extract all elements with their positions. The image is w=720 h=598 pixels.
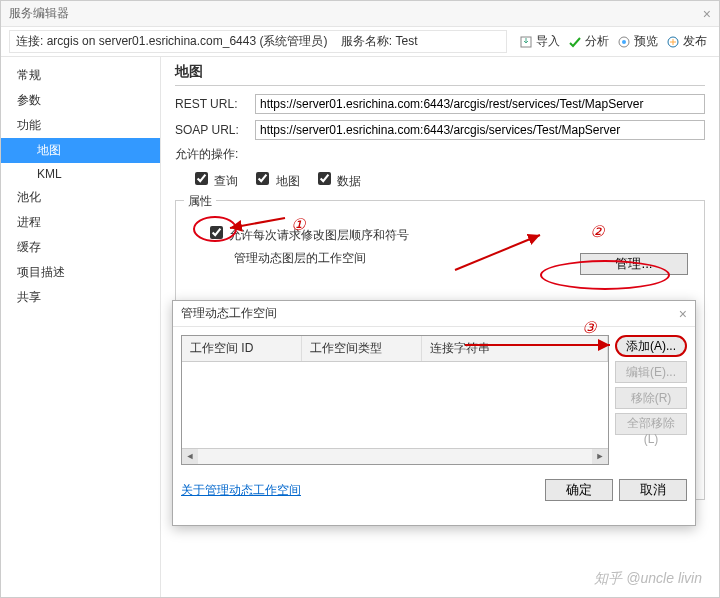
publish-icon xyxy=(666,35,680,49)
check-icon xyxy=(568,35,582,49)
rest-url-input[interactable] xyxy=(255,94,705,114)
op-map[interactable]: 地图 xyxy=(252,169,299,190)
sidebar: 常规 参数 功能 地图 KML 池化 进程 缓存 项目描述 共享 xyxy=(1,57,161,597)
edit-button: 编辑(E)... xyxy=(615,361,687,383)
horizontal-scrollbar[interactable]: ◄ ► xyxy=(182,448,608,464)
col-workspace-id[interactable]: 工作空间 ID xyxy=(182,336,302,361)
cancel-button[interactable]: 取消 xyxy=(619,479,687,501)
dialog-close-icon[interactable]: × xyxy=(679,306,687,322)
ok-button[interactable]: 确定 xyxy=(545,479,613,501)
remove-all-button: 全部移除(L) xyxy=(615,413,687,435)
op-data[interactable]: 数据 xyxy=(314,169,361,190)
conn-prefix: 连接: xyxy=(16,34,43,48)
import-button[interactable]: 导入 xyxy=(515,30,564,54)
sidebar-item-capabilities[interactable]: 功能 xyxy=(1,113,160,138)
rest-url-label: REST URL: xyxy=(175,97,255,111)
op-query[interactable]: 查询 xyxy=(191,169,238,190)
import-icon xyxy=(519,35,533,49)
preview-button[interactable]: 预览 xyxy=(613,30,662,54)
sidebar-item-params[interactable]: 参数 xyxy=(1,88,160,113)
annotation-3: ③ xyxy=(582,318,596,337)
sidebar-item-map[interactable]: 地图 xyxy=(1,138,160,163)
conn-text: arcgis on server01.esrichina.com_6443 (系… xyxy=(47,34,328,48)
sidebar-item-general[interactable]: 常规 xyxy=(1,63,160,88)
help-link[interactable]: 关于管理动态工作空间 xyxy=(181,482,301,499)
connection-field: 连接: arcgis on server01.esrichina.com_644… xyxy=(9,30,507,53)
soap-url-input[interactable] xyxy=(255,120,705,140)
svc-name: Test xyxy=(396,34,418,48)
page-title: 地图 xyxy=(175,63,705,86)
sidebar-item-kml[interactable]: KML xyxy=(1,163,160,185)
scroll-left-icon[interactable]: ◄ xyxy=(182,449,198,465)
annotation-1: ① xyxy=(291,215,305,234)
annotation-2: ② xyxy=(590,222,604,241)
add-button[interactable]: 添加(A)... xyxy=(615,335,687,357)
table-body xyxy=(182,362,608,448)
watermark: 知乎 @uncle livin xyxy=(594,570,702,588)
sidebar-item-sharing[interactable]: 共享 xyxy=(1,285,160,310)
sidebar-item-caching[interactable]: 缓存 xyxy=(1,235,160,260)
preview-icon xyxy=(617,35,631,49)
analyze-button[interactable]: 分析 xyxy=(564,30,613,54)
annotation-ellipse-1 xyxy=(193,216,237,242)
sidebar-item-processes[interactable]: 进程 xyxy=(1,210,160,235)
scroll-right-icon[interactable]: ► xyxy=(592,449,608,465)
publish-button[interactable]: 发布 xyxy=(662,30,711,54)
remove-button: 移除(R) xyxy=(615,387,687,409)
window-title: 服务编辑器 xyxy=(9,5,69,22)
annotation-ellipse-2 xyxy=(540,260,670,290)
dialog-manage-workspace: 管理动态工作空间 × 工作空间 ID 工作空间类型 连接字符串 ◄ ► 添加(A… xyxy=(172,300,696,526)
soap-url-label: SOAP URL: xyxy=(175,123,255,137)
properties-legend: 属性 xyxy=(184,193,216,210)
dialog-title: 管理动态工作空间 xyxy=(181,305,277,322)
svg-point-2 xyxy=(622,40,626,44)
col-connection-string[interactable]: 连接字符串 xyxy=(422,336,608,361)
sidebar-item-pooling[interactable]: 池化 xyxy=(1,185,160,210)
allowed-ops-label: 允许的操作: xyxy=(175,146,705,163)
workspace-table: 工作空间 ID 工作空间类型 连接字符串 ◄ ► xyxy=(181,335,609,465)
close-icon[interactable]: × xyxy=(703,6,711,22)
col-workspace-type[interactable]: 工作空间类型 xyxy=(302,336,422,361)
sidebar-item-description[interactable]: 项目描述 xyxy=(1,260,160,285)
svc-label: 服务名称: xyxy=(341,34,392,48)
